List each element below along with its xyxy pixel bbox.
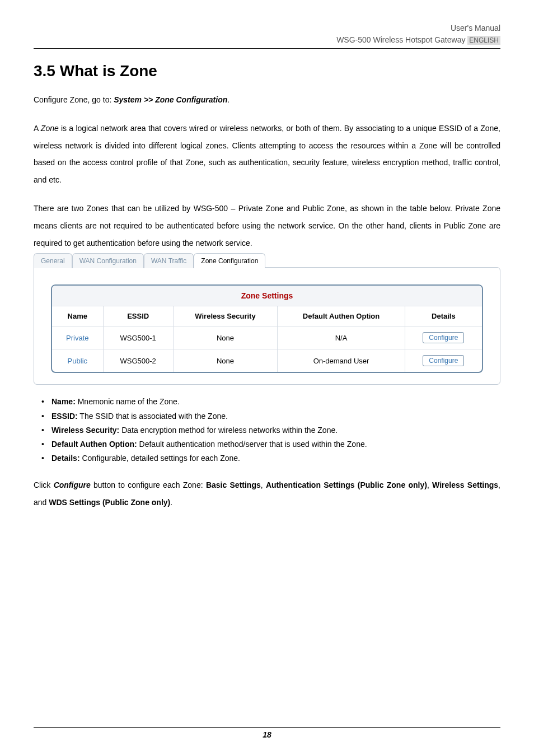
list-item: Details: Configurable, detailed settings…	[41, 451, 500, 465]
closing-paragraph: Click Configure button to configure each…	[34, 477, 500, 511]
list-item: Name: Mnemonic name of the Zone.	[41, 395, 500, 409]
col-name: Name	[52, 306, 104, 326]
col-default-authen-option: Default Authen Option	[278, 306, 405, 326]
term: ESSID:	[51, 412, 78, 421]
table-row: Public WSG500-2 None On-demand User Conf…	[52, 349, 482, 372]
term-zone: Zone	[41, 124, 59, 133]
section-wds-settings: WDS Settings (Public Zone only)	[49, 498, 170, 507]
cell-details: Configure	[405, 326, 482, 349]
cell-essid: WSG500-2	[104, 349, 174, 372]
page-header: User's Manual WSG-500 Wireless Hotspot G…	[34, 22, 500, 49]
paragraph-1: A Zone is a logical network area that co…	[34, 120, 500, 189]
list-item: Default Authen Option: Default authentic…	[41, 437, 500, 451]
table-title: Zone Settings	[52, 286, 482, 306]
definition: Configurable, detailed settings for each…	[80, 454, 240, 463]
tab-zone-configuration[interactable]: Zone Configuration	[194, 253, 265, 268]
definition: Mnemonic name of the Zone.	[76, 397, 180, 406]
definition: Default authentication method/server tha…	[137, 440, 367, 449]
zone-config-panel: General WAN Configuration WAN Traffic Zo…	[34, 267, 500, 385]
definition: Data encryption method for wireless netw…	[119, 426, 338, 435]
section-basic-settings: Basic Settings	[206, 480, 261, 489]
list-item: Wireless Security: Data encryption metho…	[41, 423, 500, 437]
cell-default-authen: On-demand User	[278, 349, 405, 372]
section-auth-settings: Authentication Settings (Public Zone onl…	[266, 480, 427, 489]
configure-button[interactable]: Configure	[423, 355, 464, 366]
header-line2: WSG-500 Wireless Hotspot Gateway ENGLISH	[34, 34, 500, 46]
term: Wireless Security:	[51, 426, 119, 435]
intro-suffix: .	[227, 95, 229, 104]
cell-essid: WSG500-1	[104, 326, 174, 349]
table-row: Private WSG500-1 None N/A Configure	[52, 326, 482, 349]
page-footer: 18	[34, 727, 500, 739]
field-definitions-list: Name: Mnemonic name of the Zone. ESSID: …	[34, 395, 500, 465]
configure-term: Configure	[54, 480, 91, 489]
header-product: WSG-500 Wireless Hotspot Gateway	[336, 35, 465, 44]
col-wireless-security: Wireless Security	[174, 306, 278, 326]
col-essid: ESSID	[104, 306, 174, 326]
intro-nav-path: System >> Zone Configuration	[114, 95, 227, 104]
tab-row: General WAN Configuration WAN Traffic Zo…	[34, 253, 265, 268]
definition: The SSID that is associated with the Zon…	[78, 412, 228, 421]
cell-default-authen: N/A	[278, 326, 405, 349]
paragraph-2: There are two Zones that can be utilized…	[34, 200, 500, 251]
cell-name: Public	[52, 349, 104, 372]
list-item: ESSID: The SSID that is associated with …	[41, 409, 500, 423]
intro-prefix: Configure Zone, go to:	[34, 95, 114, 104]
page-number: 18	[263, 730, 271, 739]
term: Details:	[51, 454, 80, 463]
tab-general[interactable]: General	[34, 253, 72, 268]
cell-details: Configure	[405, 349, 482, 372]
section-wireless-settings: Wireless Settings	[432, 480, 498, 489]
cell-wireless-security: None	[174, 326, 278, 349]
header-line1: User's Manual	[34, 22, 500, 34]
zone-settings-table: Zone Settings Name ESSID Wireless Securi…	[51, 284, 483, 373]
intro-paragraph: Configure Zone, go to: System >> Zone Co…	[34, 91, 500, 109]
page-title: 3.5 What is Zone	[34, 62, 500, 80]
tab-wan-configuration[interactable]: WAN Configuration	[72, 253, 144, 268]
col-details: Details	[405, 306, 482, 326]
header-language-badge: ENGLISH	[467, 36, 500, 45]
cell-name: Private	[52, 326, 104, 349]
tab-wan-traffic[interactable]: WAN Traffic	[144, 253, 194, 268]
configure-button[interactable]: Configure	[423, 332, 464, 343]
term: Default Authen Option:	[51, 440, 137, 449]
term: Name:	[51, 397, 76, 406]
cell-wireless-security: None	[174, 349, 278, 372]
